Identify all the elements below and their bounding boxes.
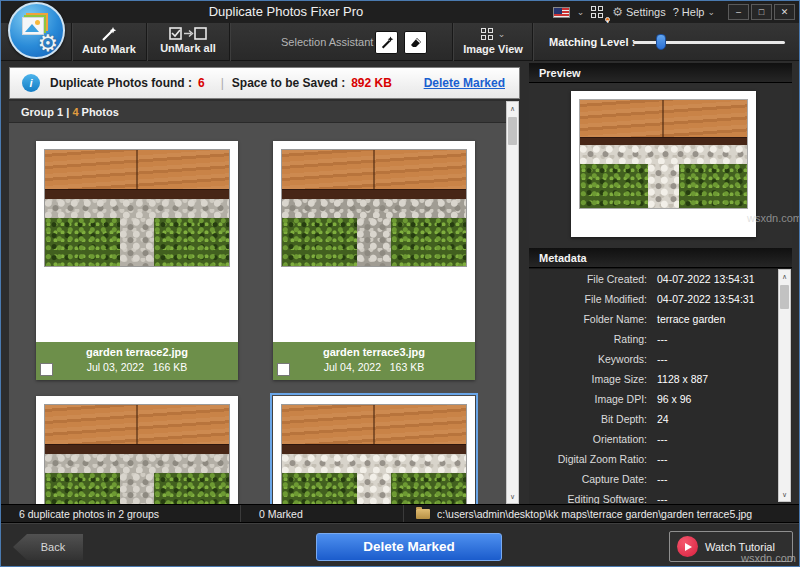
preview-header: Preview xyxy=(529,63,792,83)
logo-gear-icon: ⚙ xyxy=(37,32,58,55)
delete-marked-link[interactable]: Delete Marked xyxy=(424,76,505,90)
wand-icon xyxy=(380,36,394,49)
photo-size: 166 KB xyxy=(153,361,187,373)
language-flag-icon[interactable] xyxy=(553,7,570,18)
app-logo: ⚙ xyxy=(8,2,65,59)
toolbar: Auto Mark UnMark all Selection Assistant… xyxy=(1,23,800,61)
back-button[interactable]: Back xyxy=(13,534,83,560)
photo-grid-scrollbar[interactable]: ∧ ∨ xyxy=(506,101,519,504)
slider-thumb[interactable] xyxy=(656,34,666,50)
metadata-row: File Modified:04-07-2022 13:54:31 xyxy=(529,289,792,309)
photo-label-band: garden terrace3.jpg Jul 04, 2022 163 KB xyxy=(273,342,475,380)
photo-date: Jul 03, 2022 xyxy=(87,361,144,373)
matching-level-label: Matching Level : xyxy=(549,23,635,61)
metadata-row: Rating:--- xyxy=(529,329,792,349)
photo-filename: garden terrace3.jpg xyxy=(273,346,475,358)
photo-card-selected[interactable] xyxy=(273,396,475,504)
view-chevron-down-icon: ⌄ xyxy=(498,30,506,39)
metadata-row: Image Size:1128 x 887 xyxy=(529,369,792,389)
photo-filename: garden terrace2.jpg xyxy=(36,346,238,358)
summary-bar: i Duplicate Photos found : 6 | Space to … xyxy=(9,67,520,99)
photo-card[interactable] xyxy=(36,396,238,504)
play-icon xyxy=(677,536,698,557)
preview-image xyxy=(579,99,748,209)
found-value: 6 xyxy=(198,76,205,90)
help-chevron-down-icon: ⌄ xyxy=(707,8,715,17)
metadata-row: Keywords:--- xyxy=(529,349,792,369)
photo-thumbnail xyxy=(44,404,230,504)
info-icon: i xyxy=(22,74,40,92)
space-label: Space to be Saved : xyxy=(232,76,345,90)
photo-checkbox[interactable] xyxy=(277,363,290,376)
page-title: Duplicate Photos Fixer Pro xyxy=(1,1,571,23)
folder-icon xyxy=(416,509,430,519)
scroll-down-icon[interactable]: ∨ xyxy=(507,490,518,503)
question-icon: ? xyxy=(673,6,679,18)
right-panel: Preview Metadata File Created:04-07-2022… xyxy=(529,63,792,504)
group-photo-count: 4 xyxy=(72,106,78,118)
metadata-list: File Created:04-07-2022 13:54:31 File Mo… xyxy=(529,268,792,505)
grid-view-icon xyxy=(481,28,494,41)
status-summary: 6 duplicate photos in 2 groups xyxy=(1,505,241,522)
metadata-row: Bit Depth:24 xyxy=(529,409,792,429)
info-badge-icon: i xyxy=(605,17,610,22)
metadata-row: Image DPI:96 x 96 xyxy=(529,389,792,409)
metadata-row: Capture Date:--- xyxy=(529,469,792,489)
photo-label-band: garden terrace2.jpg Jul 03, 2022 166 KB xyxy=(36,342,238,380)
auto-mark-button[interactable]: Auto Mark xyxy=(73,23,145,61)
scroll-up-icon[interactable]: ∧ xyxy=(507,102,518,115)
image-view-button[interactable]: ⌄ Image View xyxy=(454,23,532,61)
photo-size: 163 KB xyxy=(390,361,424,373)
maximize-button[interactable]: □ xyxy=(751,4,772,20)
minimize-button[interactable]: – xyxy=(728,4,749,20)
metadata-row: Digital Zoom Ratio:--- xyxy=(529,449,792,469)
preview-card xyxy=(571,91,756,237)
eraser-icon xyxy=(409,36,423,49)
photo-date: Jul 04, 2022 xyxy=(324,361,381,373)
space-value: 892 KB xyxy=(351,76,392,90)
photo-card[interactable]: garden terrace2.jpg Jul 03, 2022 166 KB xyxy=(36,141,238,380)
scrollbar-thumb[interactable] xyxy=(780,285,789,309)
watermark: wsxdn.com xyxy=(741,552,796,564)
selection-eraser-button[interactable] xyxy=(404,31,427,54)
footer-bar: Back Delete Marked Watch Tutorial xyxy=(1,523,800,567)
gear-icon: ⚙ xyxy=(612,5,623,19)
selection-assistant-label: Selection Assistant xyxy=(281,23,373,61)
scrollbar-thumb[interactable] xyxy=(508,117,517,145)
metadata-row: Orientation:--- xyxy=(529,429,792,449)
photo-thumbnail xyxy=(281,149,467,267)
status-marked: 0 Marked xyxy=(241,505,404,522)
delete-marked-button[interactable]: Delete Marked xyxy=(316,533,502,561)
photo-thumbnail xyxy=(281,404,467,504)
language-chevron-down-icon[interactable]: ⌄ xyxy=(577,8,585,17)
settings-button[interactable]: ⚙Settings xyxy=(612,5,666,19)
found-label: Duplicate Photos found : xyxy=(50,76,192,90)
metadata-header: Metadata xyxy=(529,248,792,268)
scroll-up-icon[interactable]: ∧ xyxy=(779,270,790,283)
photo-grid: garden terrace2.jpg Jul 03, 2022 166 KB … xyxy=(9,123,506,504)
selection-wand-button[interactable] xyxy=(375,31,398,54)
photo-card[interactable]: garden terrace3.jpg Jul 04, 2022 163 KB xyxy=(273,141,475,380)
group-header: Group 1 | 4 Photos xyxy=(9,101,506,123)
metadata-row: Folder Name:terrace garden xyxy=(529,309,792,329)
status-file-path: c:\users\admin\desktop\kk maps\terrace g… xyxy=(437,508,752,520)
watermark: wsxdn.com xyxy=(747,212,800,224)
metadata-row: Editing Software:--- xyxy=(529,489,792,505)
close-button[interactable]: ✕ xyxy=(774,4,795,20)
uncheck-boxes-icon xyxy=(169,27,207,40)
title-bar: Duplicate Photos Fixer Pro ⌄ i ⚙Settings… xyxy=(1,1,800,23)
metadata-row: File Created:04-07-2022 13:54:31 xyxy=(529,269,792,289)
unmark-all-button[interactable]: UnMark all xyxy=(148,23,228,61)
scroll-down-icon[interactable]: ∨ xyxy=(779,488,790,501)
help-button[interactable]: ?Help⌄ xyxy=(673,6,715,18)
photo-thumbnail xyxy=(44,149,230,267)
magic-wand-icon xyxy=(101,27,117,41)
matching-level-slider[interactable] xyxy=(633,41,785,44)
status-bar: 6 duplicate photos in 2 groups 0 Marked … xyxy=(1,504,800,523)
metadata-scrollbar[interactable]: ∧ ∨ xyxy=(778,269,791,502)
app-window: Duplicate Photos Fixer Pro ⌄ i ⚙Settings… xyxy=(0,0,800,567)
translate-grid-icon[interactable]: i xyxy=(591,6,605,19)
summary-divider: | xyxy=(221,76,224,90)
photo-checkbox[interactable] xyxy=(40,363,53,376)
